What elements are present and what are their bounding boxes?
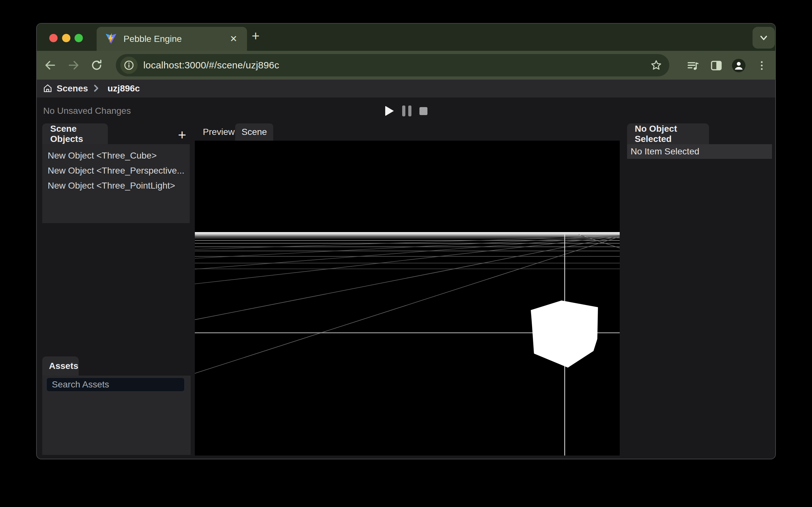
forward-button[interactable] <box>66 58 81 72</box>
reload-button[interactable] <box>90 58 104 72</box>
stop-icon <box>419 107 427 115</box>
browser-toolbar: localhost:3000/#/scene/uzj896c <box>37 51 775 79</box>
pause-icon <box>402 106 411 116</box>
browser-tab[interactable]: Pebble Engine ✕ <box>97 27 247 51</box>
browser-tab-strip: Pebble Engine ✕ + <box>37 24 775 51</box>
cube-object <box>531 300 598 368</box>
site-info-button[interactable] <box>120 57 138 74</box>
side-panel-button[interactable] <box>709 58 724 73</box>
info-icon <box>123 59 135 71</box>
scene-viewport[interactable] <box>195 140 620 456</box>
breadcrumb: Scenes uzj896c <box>37 79 775 98</box>
profile-button[interactable] <box>731 58 746 73</box>
unsaved-changes-status: No Unsaved Changes <box>43 106 131 116</box>
media-controls-button[interactable] <box>686 58 700 73</box>
playlist-music-icon <box>686 59 700 72</box>
side-panel-icon <box>710 59 723 72</box>
breadcrumb-scenes-link[interactable]: Scenes <box>57 83 88 94</box>
scene-object-item[interactable]: New Object <Three_PointLight> <box>42 178 190 193</box>
back-button[interactable] <box>43 58 57 72</box>
reload-icon <box>90 59 103 72</box>
mac-minimize-button[interactable] <box>62 34 70 42</box>
bookmark-button[interactable] <box>649 58 664 72</box>
arrow-right-icon <box>67 59 80 72</box>
play-button[interactable] <box>384 106 395 116</box>
scene-objects-list: New Object <Three_Cube>New Object <Three… <box>42 144 190 223</box>
scene-object-item[interactable]: New Object <Three_Cube> <box>42 148 190 163</box>
assets-panel-body <box>42 376 191 455</box>
scene-object-item[interactable]: New Object <Three_Perspective... <box>42 163 190 178</box>
kebab-menu-icon <box>755 59 768 72</box>
pause-button[interactable] <box>401 106 412 116</box>
home-icon[interactable] <box>43 83 53 93</box>
inspector-panel-tab[interactable]: No Object Selected <box>627 123 709 144</box>
viewport-3d-grid <box>195 140 620 456</box>
breadcrumb-current-scene: uzj896c <box>107 83 140 94</box>
mac-zoom-button[interactable] <box>74 34 83 42</box>
assets-panel-tab[interactable]: Assets <box>42 356 79 376</box>
tab-title: Pebble Engine <box>123 34 182 44</box>
address-bar[interactable]: localhost:3000/#/scene/uzj896c <box>116 54 669 76</box>
tab-search-button[interactable] <box>753 27 775 49</box>
editor-content: No Unsaved Changes Scene Objects + New O… <box>37 98 775 459</box>
inspector-empty-row: No Item Selected <box>627 144 772 159</box>
new-tab-button[interactable]: + <box>249 30 263 44</box>
play-icon <box>385 106 394 116</box>
tab-close-icon[interactable]: ✕ <box>227 33 240 45</box>
tab-preview[interactable]: Preview <box>198 123 239 140</box>
tab-scene[interactable]: Scene <box>235 123 273 140</box>
screen: { "browser": { "tab_title": "Pebble Engi… <box>0 0 812 507</box>
chevron-right-icon <box>91 83 101 93</box>
assets-search-input[interactable] <box>46 377 185 392</box>
scene-objects-panel-tab[interactable]: Scene Objects <box>42 123 108 144</box>
url-text[interactable]: localhost:3000/#/scene/uzj896c <box>143 60 279 71</box>
browser-window: Pebble Engine ✕ + <box>36 23 776 459</box>
chevron-down-icon <box>758 32 769 43</box>
browser-menu-button[interactable] <box>754 58 769 73</box>
mac-close-button[interactable] <box>49 34 58 42</box>
star-icon <box>650 59 663 72</box>
arrow-left-icon <box>44 59 57 72</box>
profile-avatar-icon <box>731 58 746 73</box>
pebble-engine-favicon-icon <box>105 32 117 45</box>
stop-button[interactable] <box>417 106 429 116</box>
add-object-button[interactable]: + <box>174 127 190 143</box>
